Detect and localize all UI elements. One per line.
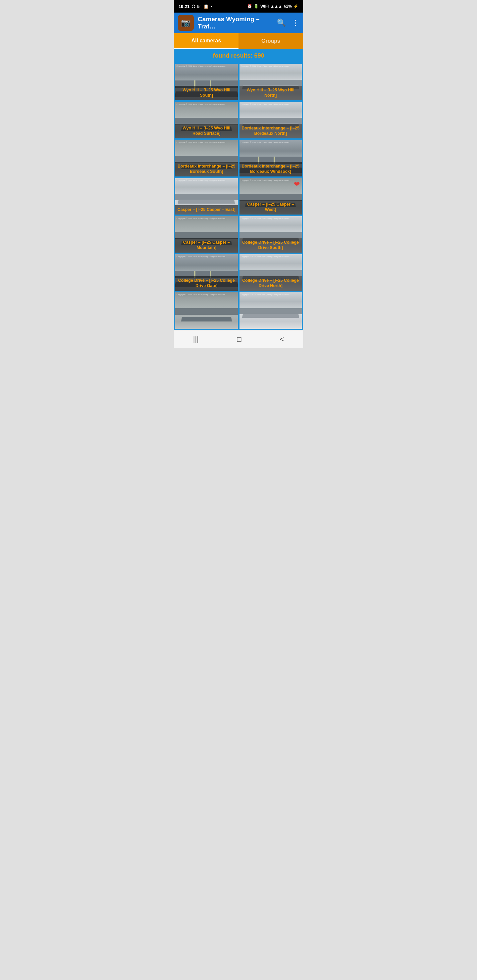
battery-level: 62% — [284, 4, 292, 9]
camera-card[interactable]: Copyright © 2021 State of Wyoming. All r… — [239, 216, 302, 253]
home-button[interactable]: □ — [231, 332, 248, 346]
camera-label: Bordeaux Interchange – [I–25 Bordeaux So… — [175, 162, 238, 177]
wifi-icon: WiFi — [260, 4, 269, 9]
camera-label: College Drive – [I–25 College Drive Sout… — [239, 238, 302, 253]
recent-apps-button[interactable]: ||| — [187, 332, 205, 346]
alarm-icon: ⏰ — [247, 4, 252, 9]
discord-icon: ⬡ — [191, 4, 195, 9]
favorite-icon: ❤ — [294, 180, 300, 189]
battery-charging-icon: ⚡ — [294, 4, 298, 9]
copyright-text: Copyright © 2021 State of Wyoming. All r… — [241, 65, 290, 67]
tab-all-cameras[interactable]: All cameras — [174, 33, 238, 49]
copyright-text: Copyright © 2021 State of Wyoming. All r… — [177, 218, 226, 220]
camera-label: Wyo Hill – [I–25 Wyo Hill South] — [175, 86, 238, 101]
camera-card[interactable]: Copyright © 2021 State of Wyoming. All r… — [239, 64, 302, 101]
battery-saver-icon: 🔋 — [254, 4, 259, 9]
copyright-text: Copyright © 2021 State of Wyoming. All r… — [177, 256, 226, 258]
app-bar-icons: 🔍 ⋮ — [277, 19, 299, 27]
camera-card[interactable]: Copyright © 2021 State of Wyoming. All r… — [175, 64, 238, 101]
camera-card[interactable]: Copyright © 2021 State of Wyoming. All r… — [239, 102, 302, 139]
camera-label: Casper – [I–25 Casper – East] — [175, 205, 238, 215]
tab-bar: All cameras Groups — [174, 33, 303, 49]
camera-label: Wyo Hill – [I–25 Wyo Hill Road Surface] — [175, 124, 238, 139]
camera-label: College Drive – [I–25 College Drive Nort… — [239, 276, 302, 291]
search-icon[interactable]: 🔍 — [277, 19, 286, 27]
camera-label: Casper – [I–25 Casper – West] — [239, 200, 302, 215]
camera-grid: Copyright © 2021 State of Wyoming. All r… — [174, 62, 303, 330]
copyright-text: Copyright © 2021 State of Wyoming. All r… — [177, 142, 226, 143]
temperature: 5° — [197, 4, 201, 9]
camera-card[interactable]: Copyright © 2021 State of Wyoming. All r… — [239, 254, 302, 291]
more-options-icon[interactable]: ⋮ — [292, 19, 299, 27]
status-bar: 19:21 ⬡ 5° 📋 • ⏰ 🔋 WiFi ▲▲▲ 62% ⚡ — [174, 0, 303, 13]
copyright-text: Copyright © 2021 State of Wyoming. All r… — [241, 218, 290, 220]
camera-label: Casper – [I–25 Casper – Mountain] — [175, 238, 238, 253]
results-bar: found results: 690 — [174, 49, 303, 62]
camera-label: Wyo Hill – [I–25 Wyo Hill North] — [239, 86, 302, 101]
camera-card[interactable]: Copyright © 2021 State of Wyoming. All r… — [239, 178, 302, 215]
camera-label: Bordeaux Interchange – [I–25 Bordeaux No… — [239, 124, 302, 139]
bottom-nav: ||| □ < — [174, 330, 303, 348]
camera-label: College Drive – [I–25 College Drive Gate… — [175, 276, 238, 291]
copyright-text: Copyright © 2021 State of Wyoming. All r… — [241, 142, 290, 143]
camera-card[interactable]: Copyright © 2021 State of Wyoming. All r… — [175, 216, 238, 253]
status-left: 19:21 ⬡ 5° 📋 • — [179, 4, 212, 9]
camera-card[interactable]: Copyright © 2021 State of Wyoming. All r… — [175, 178, 238, 215]
copyright-text: Copyright © 2021 State of Wyoming. All r… — [177, 103, 226, 105]
camera-card[interactable]: Copyright © 2021 State of Wyoming. All r… — [175, 254, 238, 291]
copyright-text: Copyright © 2021 State of Wyoming. All r… — [241, 103, 290, 105]
app-icon: 📷 — [178, 15, 194, 31]
app-bar: 📷 Cameras Wyoming – Traf… 🔍 ⋮ — [174, 13, 303, 33]
copyright-text: Copyright © 2021 State of Wyoming. All r… — [241, 180, 290, 181]
signal-icon: ▲▲▲ — [270, 4, 282, 9]
camera-label: Bordeaux Interchange – [I–25 Bordeaux Wi… — [239, 162, 302, 177]
app-title: Cameras Wyoming – Traf… — [198, 16, 273, 30]
results-count: found results: 690 — [213, 52, 264, 59]
copyright-text: Copyright © 2021 State of Wyoming. All r… — [177, 65, 226, 67]
status-right: ⏰ 🔋 WiFi ▲▲▲ 62% ⚡ — [247, 4, 298, 9]
dot-icon: • — [211, 4, 212, 9]
camera-card[interactable]: Copyright © 2021 State of Wyoming. All r… — [175, 140, 238, 177]
camera-card[interactable]: Copyright © 2021 State of Wyoming. All r… — [239, 140, 302, 177]
time: 19:21 — [179, 4, 190, 9]
copyright-text: Copyright © 2021 State of Wyoming. All r… — [177, 180, 226, 181]
copyright-text: Copyright © 2021 State of Wyoming. All r… — [241, 256, 290, 258]
copyright-text: Copyright © 2021 State of Wyoming. All r… — [241, 294, 290, 296]
clipboard-icon: 📋 — [203, 4, 209, 9]
camera-card[interactable]: Copyright © 2021 State of Wyoming. All r… — [175, 292, 238, 329]
camera-card[interactable]: Copyright © 2021 State of Wyoming. All r… — [239, 292, 302, 329]
tab-groups[interactable]: Groups — [238, 33, 303, 49]
camera-card[interactable]: Copyright © 2021 State of Wyoming. All r… — [175, 102, 238, 139]
copyright-text: Copyright © 2021 State of Wyoming. All r… — [177, 294, 226, 296]
back-button[interactable]: < — [273, 332, 290, 346]
